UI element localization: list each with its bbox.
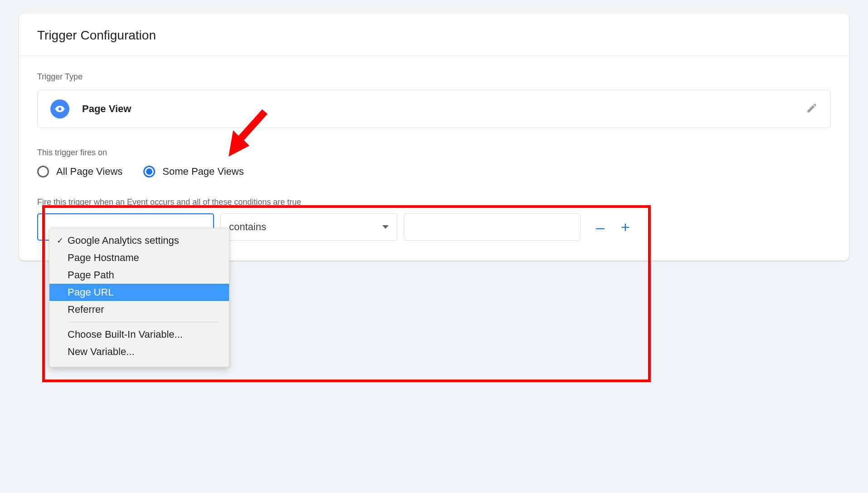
fires-on-label: This trigger fires on <box>37 148 831 158</box>
dropdown-item-label: Google Analytics settings <box>68 235 179 246</box>
dropdown-item-page-path[interactable]: Page Path <box>49 266 229 284</box>
trigger-type-value: Page View <box>82 103 131 115</box>
condition-value-input[interactable] <box>404 213 580 241</box>
dropdown-item-page-hostname[interactable]: Page Hostname <box>49 249 229 266</box>
operator-select[interactable]: contains <box>220 213 397 241</box>
pencil-icon <box>806 102 818 114</box>
dropdown-item-label: Choose Built-In Variable... <box>68 329 183 340</box>
dropdown-item-new-variable[interactable]: New Variable... <box>49 343 229 360</box>
svg-point-0 <box>59 108 61 110</box>
remove-condition-button[interactable]: – <box>596 219 605 235</box>
dropdown-item-label: New Variable... <box>68 346 135 358</box>
edit-trigger-type-button[interactable] <box>806 102 818 116</box>
trigger-type-selector[interactable]: Page View <box>37 90 831 128</box>
dropdown-item-label: Page Path <box>68 269 114 281</box>
trigger-type-label: Trigger Type <box>37 72 831 82</box>
chevron-down-icon <box>382 225 389 229</box>
dropdown-item-label: Referrer <box>68 304 104 316</box>
panel-title: Trigger Configuration <box>19 14 849 56</box>
radio-all-page-views[interactable]: All Page Views <box>37 166 122 177</box>
dropdown-item-label: Page URL <box>68 286 114 298</box>
dropdown-item-page-url[interactable]: Page URL <box>49 284 229 301</box>
dropdown-item-referrer[interactable]: Referrer <box>49 301 229 318</box>
conditions-label: Fire this trigger when an Event occurs a… <box>37 197 831 207</box>
dropdown-item-ga-settings[interactable]: ✓ Google Analytics settings <box>49 232 229 249</box>
dropdown-item-label: Page Hostname <box>68 252 139 264</box>
radio-icon <box>143 166 155 177</box>
dropdown-separator <box>68 322 218 322</box>
operator-value: contains <box>229 221 266 233</box>
radio-icon <box>37 166 49 177</box>
trigger-config-card: Trigger Configuration Trigger Type Page … <box>19 14 849 261</box>
eye-icon <box>50 99 69 118</box>
dropdown-item-choose-builtin[interactable]: Choose Built-In Variable... <box>49 326 229 343</box>
radio-label: All Page Views <box>56 166 122 177</box>
check-icon: ✓ <box>57 236 64 246</box>
radio-some-page-views[interactable]: Some Page Views <box>143 166 244 177</box>
variable-dropdown[interactable]: ✓ Google Analytics settings Page Hostnam… <box>49 228 229 367</box>
add-condition-button[interactable]: + <box>621 219 630 235</box>
radio-label: Some Page Views <box>162 166 244 177</box>
